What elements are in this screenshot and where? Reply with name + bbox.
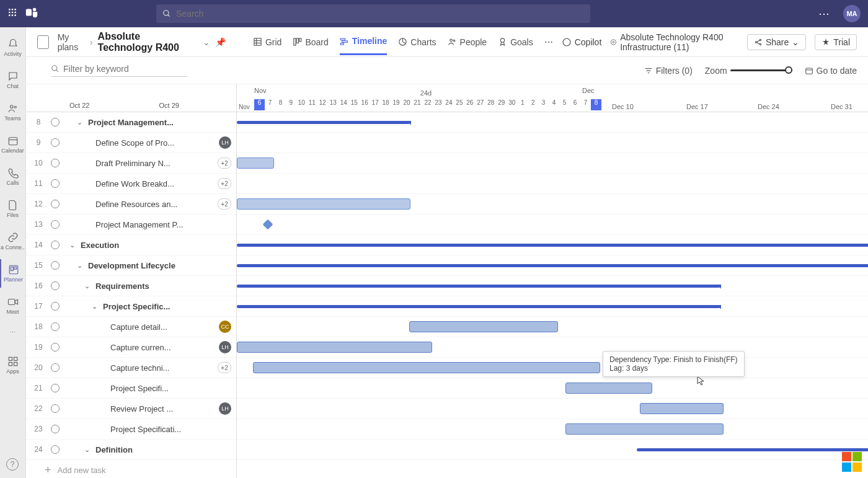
collapse-icon[interactable]: ⌄ <box>84 446 91 454</box>
task-row[interactable]: 19 Capture curren... LH <box>26 337 236 358</box>
gantt-bar[interactable] <box>237 264 868 267</box>
task-name[interactable]: Capture techni... <box>110 363 213 373</box>
tab-charts[interactable]: Charts <box>398 29 436 55</box>
assignee-overflow[interactable]: +2 <box>218 198 231 210</box>
day-cell[interactable]: 8 <box>275 99 286 110</box>
task-complete-circle[interactable] <box>51 404 60 413</box>
rail-activity[interactable]: Activity <box>0 33 26 62</box>
gantt-bar[interactable] <box>637 448 868 451</box>
task-row[interactable]: 10 Draft Preliminary N... +2 <box>26 153 236 174</box>
collapse-icon[interactable]: ⌄ <box>77 118 83 126</box>
task-row[interactable]: 20 Capture techni... +2 <box>26 358 236 378</box>
tab-timeline[interactable]: Timeline <box>340 29 388 55</box>
task-row[interactable]: 15 ⌄ Development Lifecycle <box>26 255 236 276</box>
rail-calendar[interactable]: Calendar <box>0 130 26 159</box>
day-cell[interactable]: 2 <box>528 99 538 110</box>
task-row[interactable]: 13 Project Management P... <box>26 215 236 235</box>
tab-more[interactable]: ⋯ <box>544 29 553 55</box>
app-launcher-icon[interactable] <box>7 7 17 20</box>
collapse-icon[interactable]: ⌄ <box>84 282 91 290</box>
rail-planner[interactable]: Planner <box>0 259 26 288</box>
collapse-icon[interactable]: ⌄ <box>92 303 98 311</box>
day-cell[interactable]: 3 <box>538 99 549 110</box>
task-row[interactable]: 23 Project Specificati... <box>26 419 236 440</box>
task-row[interactable]: 12 Define Resources an... +2 <box>26 194 236 215</box>
gantt-bar[interactable] <box>640 403 724 414</box>
task-name[interactable]: Requirements <box>95 281 231 291</box>
global-search[interactable] <box>156 4 590 23</box>
day-cell[interactable]: 30 <box>507 99 517 110</box>
day-cell[interactable]: 11 <box>307 99 317 110</box>
task-complete-circle[interactable] <box>51 445 60 454</box>
task-name[interactable]: Draft Preliminary N... <box>95 159 213 168</box>
task-name[interactable]: Define Scope of Pro... <box>95 138 214 148</box>
assignee-overflow[interactable]: +2 <box>218 178 231 189</box>
trial-button[interactable]: Trial <box>815 34 857 50</box>
task-row[interactable]: 17 ⌄ Project Specific... <box>26 296 236 317</box>
collapse-icon[interactable]: ⌄ <box>69 241 76 249</box>
day-cell[interactable]: 18 <box>381 99 391 110</box>
rail-more[interactable]: ⋯ <box>0 324 26 341</box>
day-cell[interactable]: 26 <box>464 99 475 110</box>
task-name[interactable]: Define Work Breakd... <box>95 179 213 188</box>
task-row[interactable]: 11 Define Work Breakd... +2 <box>26 174 236 194</box>
task-complete-circle[interactable] <box>51 425 60 433</box>
day-cell[interactable]: 1 <box>517 99 528 110</box>
plan-link[interactable]: Absolute Technology R400 Infrastructure … <box>610 32 738 52</box>
rail-meet[interactable]: Meet <box>0 291 26 320</box>
plan-dropdown-icon[interactable]: ⌄ <box>203 37 210 47</box>
collapse-icon[interactable]: ⌄ <box>77 262 83 270</box>
share-button[interactable]: Share⌄ <box>747 34 806 50</box>
day-cell[interactable]: 5 <box>559 99 570 110</box>
gantt-bar[interactable] <box>565 423 724 435</box>
day-cell[interactable]: 14 <box>339 99 349 110</box>
gantt-bar[interactable] <box>237 285 720 288</box>
task-complete-circle[interactable] <box>51 200 60 208</box>
day-cell[interactable]: 7 <box>580 99 591 110</box>
task-name[interactable]: Project Management P... <box>95 220 231 229</box>
task-row[interactable]: 14 ⌄ Execution <box>26 235 236 255</box>
rail-teams[interactable]: Teams <box>0 98 26 126</box>
gantt-chart[interactable]: Nov 24d Dec 6789101112131415161718192021… <box>237 84 868 478</box>
rail-files[interactable]: Files <box>0 195 26 223</box>
gantt-bar[interactable] <box>237 305 720 308</box>
go-to-date-button[interactable]: Go to date <box>805 66 857 76</box>
tab-people[interactable]: People <box>448 29 487 55</box>
day-cell[interactable]: 15 <box>349 99 360 110</box>
gantt-bar[interactable] <box>237 198 410 210</box>
day-cell[interactable]: 12 <box>317 99 328 110</box>
day-cell[interactable]: 25 <box>454 99 464 110</box>
task-complete-circle[interactable] <box>51 179 60 188</box>
task-row[interactable]: 16 ⌄ Requirements <box>26 276 236 296</box>
day-cell[interactable]: 16 <box>360 99 370 110</box>
task-name[interactable]: Capture detail... <box>110 322 214 332</box>
gantt-bar[interactable] <box>237 121 410 124</box>
task-complete-circle[interactable] <box>51 343 60 352</box>
day-cell[interactable]: 24 <box>443 99 454 110</box>
rail-chat[interactable]: Chat <box>0 66 26 94</box>
day-cell[interactable]: 7 <box>265 99 275 110</box>
day-cell[interactable]: 23 <box>433 99 443 110</box>
assignee-avatar[interactable]: LH <box>219 402 231 415</box>
task-complete-circle[interactable] <box>51 302 60 311</box>
user-avatar[interactable]: MA <box>843 5 861 22</box>
day-cell[interactable]: 4 <box>549 99 559 110</box>
day-cell[interactable]: 6 <box>254 99 265 110</box>
task-complete-circle[interactable] <box>51 159 60 167</box>
task-name[interactable]: Execution <box>81 241 231 250</box>
gantt-bar[interactable] <box>237 342 432 353</box>
filter-input[interactable] <box>63 64 187 74</box>
task-name[interactable]: Project Management... <box>88 118 231 127</box>
task-complete-circle[interactable] <box>51 220 60 229</box>
day-cell[interactable]: 6 <box>570 99 580 110</box>
day-cell[interactable]: 19 <box>391 99 402 110</box>
task-complete-circle[interactable] <box>51 261 60 270</box>
filters-button[interactable]: Filters (0) <box>644 66 693 76</box>
task-complete-circle[interactable] <box>51 384 60 392</box>
filter-input-container[interactable] <box>51 64 187 77</box>
task-name[interactable]: Review Project ... <box>110 404 214 414</box>
day-cell[interactable]: 10 <box>296 99 307 110</box>
breadcrumb-root[interactable]: My plans <box>58 32 85 52</box>
gantt-bar[interactable] <box>409 321 558 332</box>
day-cell[interactable]: 29 <box>496 99 507 110</box>
